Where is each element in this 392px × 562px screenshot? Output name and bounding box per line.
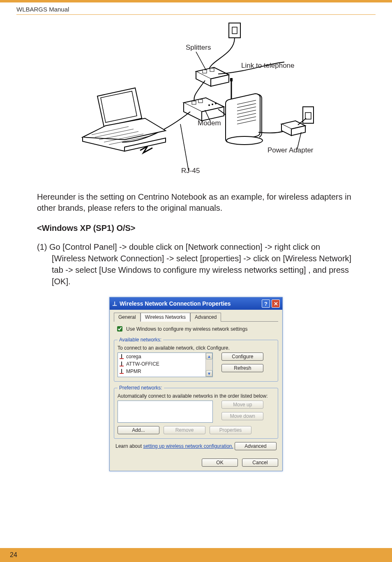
network-setup-diagram: Splitters Link to telephone Modem RJ-45 … <box>52 19 340 183</box>
intro-paragraph: Hereunder is the setting on Centrino Not… <box>37 191 355 214</box>
svg-rect-1 <box>232 27 237 34</box>
network-icon <box>120 369 124 374</box>
remove-button[interactable]: Remove <box>164 426 205 434</box>
page-number: 24 <box>10 551 17 559</box>
properties-button[interactable]: Properties <box>210 426 251 434</box>
scroll-down-icon[interactable]: ▼ <box>206 370 212 377</box>
preferred-legend: Preferred networks: <box>118 385 164 391</box>
header-divider <box>16 14 376 15</box>
label-modem: Modem <box>198 119 221 127</box>
preferred-networks-group: Preferred networks: Automatically connec… <box>114 385 278 439</box>
label-power-adapter: Power Adapter <box>267 146 314 154</box>
refresh-button[interactable]: Refresh <box>221 364 263 372</box>
svg-rect-13 <box>230 78 233 81</box>
wireless-properties-dialog: ⊥ Wireless Network Connection Properties… <box>109 297 283 471</box>
svg-rect-23 <box>305 113 311 119</box>
network-icon <box>120 362 124 366</box>
close-icon[interactable]: ✕ <box>272 299 280 308</box>
movedown-button[interactable]: Move down <box>221 412 263 420</box>
network-name: MPMR <box>126 369 141 374</box>
step-1-text: (1) Go [Control Panel] -> double click o… <box>52 241 355 287</box>
manual-header: WLBARGS Manual <box>0 2 392 14</box>
cancel-button[interactable]: Cancel <box>242 458 278 467</box>
svg-line-4 <box>196 52 206 70</box>
list-scrollbar[interactable]: ▲ ▼ <box>205 353 212 377</box>
scroll-up-icon[interactable]: ▲ <box>206 353 212 359</box>
svg-rect-3 <box>210 68 214 71</box>
learn-prefix: Learn about <box>115 443 143 449</box>
dialog-title-text: Wireless Network Connection Properties <box>120 300 231 307</box>
ok-button[interactable]: OK <box>202 458 238 467</box>
learn-link[interactable]: setting up wireless network configuratio… <box>143 443 233 449</box>
moveup-button[interactable]: Move up <box>221 401 263 409</box>
available-hint: To connect to an available network, clic… <box>118 345 274 351</box>
available-networks-group: Available networks: To connect to an ava… <box>114 337 278 382</box>
dialog-tabs: General Wireless Networks Advanced <box>114 312 278 322</box>
configure-button[interactable]: Configure <box>221 352 263 361</box>
network-name: ATTW-OFFICE <box>126 361 159 367</box>
label-link-telephone: Link to telephone <box>241 62 295 70</box>
use-windows-label: Use Windows to configure my wireless net… <box>126 326 247 332</box>
available-networks-list[interactable]: ▲ ▼ corega ATTW-OFFICE MPMR <box>118 352 213 377</box>
tab-general[interactable]: General <box>114 313 141 322</box>
list-item[interactable]: corega <box>118 353 205 360</box>
preferred-networks-list[interactable] <box>118 401 213 423</box>
tab-wireless-networks[interactable]: Wireless Networks <box>141 313 190 322</box>
dialog-titlebar: ⊥ Wireless Network Connection Properties… <box>110 297 282 310</box>
learn-text: Learn about setting up wireless network … <box>115 443 233 449</box>
available-legend: Available networks: <box>118 337 163 343</box>
svg-point-8 <box>212 104 213 105</box>
preferred-hint: Automatically connect to available netwo… <box>118 393 274 399</box>
label-rj45: RJ-45 <box>181 167 200 175</box>
add-button[interactable]: Add... <box>118 426 159 434</box>
tab-advanced[interactable]: Advanced <box>190 313 221 322</box>
svg-point-21 <box>226 136 263 145</box>
svg-rect-6 <box>198 99 203 103</box>
help-icon[interactable]: ? <box>262 299 270 308</box>
svg-line-11 <box>180 124 189 171</box>
list-item[interactable]: ATTW-OFFICE <box>118 360 205 368</box>
svg-rect-5 <box>192 101 196 104</box>
list-item[interactable]: MPMR <box>118 368 205 375</box>
label-splitters: Splitters <box>186 44 211 52</box>
svg-point-7 <box>208 104 210 106</box>
section-heading: <Windows XP (SP1) O/S> <box>37 223 355 233</box>
network-name: corega <box>126 354 141 359</box>
dialog-icon: ⊥ <box>112 300 117 307</box>
svg-point-9 <box>215 103 217 104</box>
advanced-button[interactable]: Advanced <box>235 442 277 450</box>
network-icon <box>120 354 124 359</box>
use-windows-checkbox[interactable] <box>117 326 122 332</box>
page-footer-bar: 24 <box>0 548 392 562</box>
svg-rect-2 <box>203 70 207 73</box>
